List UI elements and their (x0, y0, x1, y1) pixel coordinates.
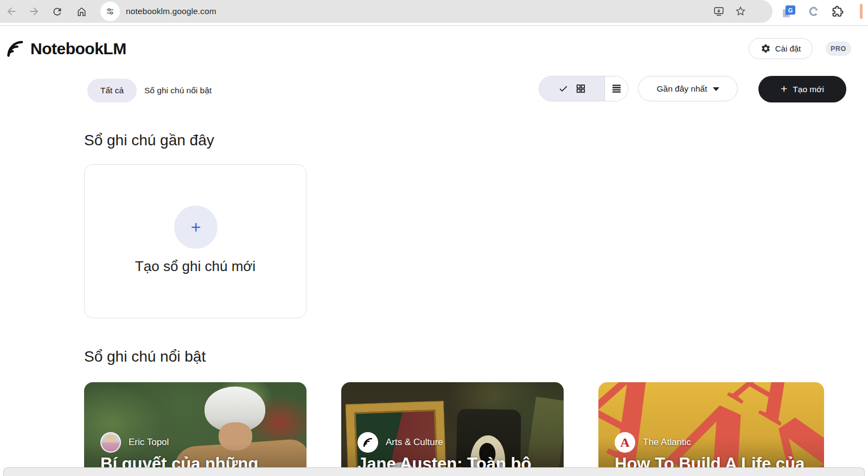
settings-label: Cài đặt (775, 44, 801, 53)
extensions-menu-button[interactable] (829, 3, 846, 20)
card-meta: Eric Topol (100, 432, 169, 453)
profile-avatar-edge[interactable] (860, 4, 863, 19)
puzzle-icon (832, 5, 844, 17)
arts-culture-logo-icon (362, 436, 374, 448)
gear-icon (761, 43, 771, 54)
card-meta: A The Atlantic (615, 432, 691, 453)
sort-label: Gần đây nhất (656, 84, 707, 94)
install-app-button[interactable] (710, 3, 727, 20)
featured-section-title: Sổ ghi chú nổi bật (84, 348, 206, 365)
list-icon (611, 83, 622, 94)
forward-button[interactable] (26, 3, 42, 20)
card-meta: Arts & Culture (358, 432, 443, 453)
check-icon (558, 83, 569, 94)
arts-culture-avatar (358, 432, 378, 453)
brand-name: NotebookLM (30, 40, 126, 58)
url-text[interactable]: notebooklm.google.com (126, 0, 216, 23)
eric-topol-avatar (100, 432, 121, 453)
c-logo-icon (808, 5, 820, 17)
extension-c-button[interactable] (805, 3, 822, 20)
notebooklm-home-screen: notebooklm.google.com x G (0, 0, 868, 476)
install-icon (713, 5, 725, 17)
settings-button[interactable]: Cài đặt (749, 38, 813, 59)
bookmark-button[interactable] (732, 3, 749, 20)
background-window-edge[interactable] (3, 467, 865, 476)
featured-card-atlantic[interactable]: A A A A A A The Atlantic How To Build A … (598, 382, 824, 476)
back-arrow-icon (5, 5, 17, 17)
recent-section-title: Sổ ghi chú gần đây (84, 132, 214, 149)
home-button[interactable] (73, 3, 90, 20)
create-notebook-label: Tạo sổ ghi chú mới (85, 258, 306, 275)
home-icon (76, 6, 87, 17)
filter-chip-all[interactable]: Tất cả (87, 79, 137, 102)
translate-extension-button[interactable]: x G (780, 3, 797, 20)
create-new-button[interactable]: + Tạo mới (758, 76, 846, 102)
brand: NotebookLM (5, 39, 126, 59)
refresh-icon (52, 6, 63, 17)
view-toggle (539, 76, 628, 101)
plus-circle-icon: + (174, 205, 218, 249)
chevron-down-icon (713, 87, 719, 91)
refresh-button[interactable] (49, 3, 65, 20)
filter-tab-featured[interactable]: Sổ ghi chú nổi bật (144, 79, 212, 102)
browser-toolbar: notebooklm.google.com x G (0, 0, 868, 26)
create-notebook-card[interactable]: + Tạo sổ ghi chú mới (84, 164, 307, 318)
list-view-button[interactable] (605, 76, 628, 101)
forward-arrow-icon (28, 5, 40, 17)
site-info-button[interactable] (100, 2, 120, 21)
create-new-label: Tạo mới (793, 85, 824, 94)
tune-icon (105, 7, 115, 16)
app-header: NotebookLM Cài đặt PRO (0, 26, 868, 69)
grid-icon (576, 83, 586, 94)
back-button[interactable] (3, 3, 20, 20)
plan-badge: PRO (826, 41, 851, 56)
featured-card-topol[interactable]: Eric Topol Bí quyết của những (84, 382, 307, 476)
star-icon (735, 5, 746, 17)
card-source: Arts & Culture (386, 437, 443, 448)
translate-icon: x G (782, 5, 795, 18)
plus-icon: + (781, 82, 787, 95)
the-atlantic-avatar: A (615, 432, 635, 453)
card-source: Eric Topol (129, 437, 169, 448)
featured-card-austen[interactable]: Arts & Culture Jane Austen: Toàn bộ (341, 382, 564, 476)
sort-dropdown[interactable]: Gần đây nhất (638, 76, 738, 101)
notebooklm-logo-icon (5, 39, 25, 59)
card-source: The Atlantic (643, 437, 691, 448)
grid-view-button[interactable] (539, 76, 605, 101)
